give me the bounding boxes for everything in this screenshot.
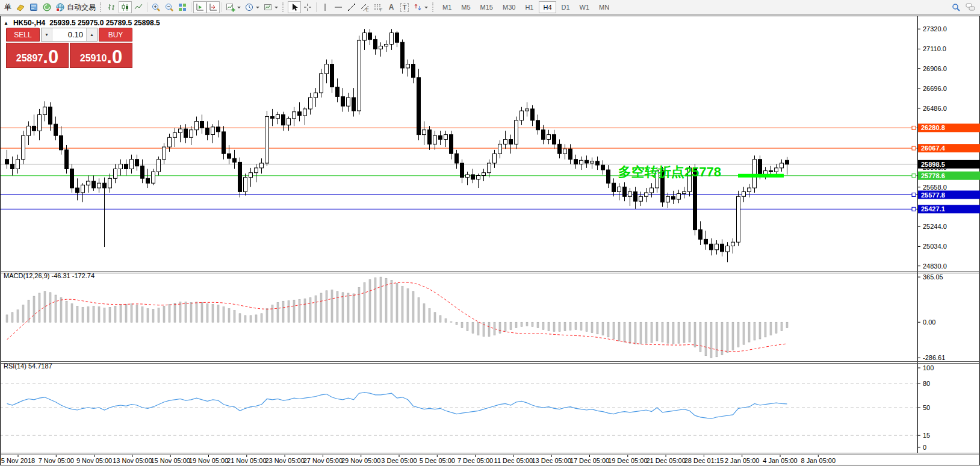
macd-histogram-bar [488,322,490,337]
timeframe-h1-button[interactable]: H1 [521,1,538,13]
candle [352,98,356,111]
macd-tick-label: 0.00 [923,318,935,326]
annotation-text[interactable]: 多空转折点25778 [618,164,721,179]
macd-histogram-bar [423,303,425,322]
candle [54,124,58,135]
hline-handle[interactable] [912,207,916,211]
candle [482,173,486,176]
candle [515,120,518,144]
text-tool-button[interactable]: A [385,1,398,13]
macd-histogram-bar [618,322,620,341]
macd-histogram-bar [17,310,19,323]
macd-histogram-bar [504,322,506,331]
price-tick-label: 26696.0 [923,85,947,92]
crosshair-button[interactable] [301,1,314,13]
market-button[interactable] [40,1,54,13]
candle [65,150,69,169]
panel-collapse-toggle[interactable]: ▲ [4,20,8,26]
candle [325,64,329,74]
zoom-in-button[interactable] [149,1,163,13]
horizontal-line-tool-button[interactable] [332,1,345,13]
timeframe-m30-button[interactable]: M30 [498,1,519,13]
chart-area[interactable]: 多空转折点2577827320.027110.026906.026696.026… [0,0,980,466]
buy-price-main: 25910 [80,54,107,63]
timeframe-h4-button[interactable]: H4 [539,1,556,13]
rsi-tick-label: 15 [923,432,930,439]
volume-decrease-button[interactable]: ▼ [42,28,52,41]
shapes-tool-button[interactable] [411,1,430,13]
highlight-segment[interactable] [738,174,784,178]
candlestick-icon [120,2,130,12]
macd-histogram-bar [196,302,197,322]
toolbar-grip [282,2,285,12]
candle [726,246,730,252]
timeframe-m1-button[interactable]: M1 [438,1,456,13]
buy-price-display[interactable]: 25910.0 [70,43,132,68]
candle [228,154,231,158]
line-chart-type-button[interactable] [132,1,145,13]
new-chart-button[interactable] [224,1,243,13]
zoom-out-button[interactable] [163,1,176,13]
buy-price-fraction: .0 [107,48,122,66]
dropdown-caret-icon [424,7,428,10]
macd-histogram-bar [613,322,615,339]
candle [672,196,675,199]
time-label: 15 Nov 05:00 [150,457,190,464]
candle [775,168,778,172]
candlestick-chart-type-button[interactable] [119,1,132,13]
chat-button[interactable] [964,1,978,13]
chart-shift-button[interactable] [206,1,220,13]
menu-label[interactable]: 单 [2,2,14,13]
time-label: 5 Dec 05:00 [420,457,455,464]
candle [585,160,589,163]
new-order-button[interactable] [14,1,27,13]
hline-handle[interactable] [912,174,916,178]
cursor-button[interactable] [288,1,301,13]
search-button[interactable] [949,1,964,13]
volume-increase-button[interactable]: ▲ [86,28,97,41]
candle [70,169,74,188]
metaeditor-button[interactable] [27,1,40,13]
macd-histogram-bar [185,302,187,322]
macd-histogram-bar [358,288,360,323]
macd-histogram-bar [158,308,160,323]
autotrading-button[interactable]: 自动交易 [54,1,98,13]
fibonacci-tool-button[interactable]: F [371,1,385,13]
sell-button[interactable]: SELL [6,28,40,42]
macd-label: MACD(12,26,9) -46.31 -172.74 [4,272,95,279]
macd-histogram-bar [169,304,170,322]
price-tick-label: 26906.0 [923,65,947,72]
macd-histogram-bar [299,299,300,322]
buy-button[interactable]: BUY [99,28,132,42]
hline-handle[interactable] [912,146,916,150]
autoscroll-button[interactable] [193,1,206,13]
macd-histogram-bar [645,322,647,343]
label-tool-button[interactable]: T [398,1,411,13]
candle [547,135,551,140]
macd-histogram-bar [250,315,252,322]
channel-tool-button[interactable]: E [358,1,371,13]
candle [309,98,312,109]
chart-shift-icon [208,2,218,12]
sell-price-display[interactable]: 25897.0 [6,43,69,68]
hline-handle[interactable] [912,193,916,197]
bar-chart-type-button[interactable] [105,1,119,13]
candle [81,185,85,193]
timeframe-d1-button[interactable]: D1 [557,1,574,13]
hline-handle[interactable] [912,126,916,129]
timeframe-m5-button[interactable]: M5 [457,1,474,13]
timeframe-w1-button[interactable]: W1 [575,1,594,13]
vertical-line-tool-button[interactable] [318,1,332,13]
macd-histogram-bar [721,322,723,355]
volume-input[interactable]: 0.10 [52,28,86,41]
timeframe-m15-button[interactable]: M15 [476,1,497,13]
trendline-tool-button[interactable] [345,1,358,13]
time-label: 21 Nov 05:00 [227,457,266,464]
periods-button[interactable] [243,1,261,13]
tile-windows-button[interactable] [176,1,189,13]
timeframe-mn-button[interactable]: MN [595,1,613,13]
candle [710,244,713,250]
templates-button[interactable] [261,1,280,13]
macd-histogram-bar [49,293,51,322]
macd-histogram-bar [369,279,371,322]
